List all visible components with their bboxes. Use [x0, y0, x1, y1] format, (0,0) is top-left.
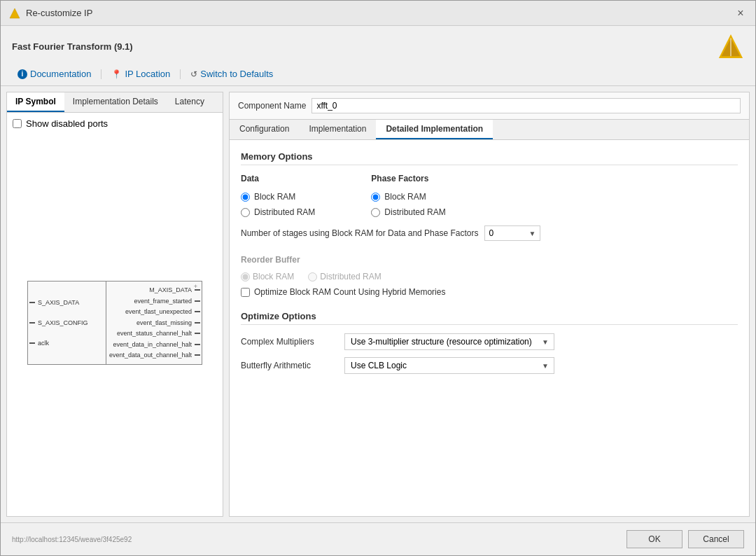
tab-configuration[interactable]: Configuration: [230, 120, 299, 139]
complex-multipliers-label: Complex Multipliers: [241, 337, 339, 347]
header: Fast Fourier Transform (9.1) i Documenta…: [1, 26, 755, 86]
dialog-title: Re-customize IP: [26, 8, 92, 18]
data-distributed-ram-row: Distributed RAM: [241, 207, 315, 217]
cancel-button[interactable]: Cancel: [688, 530, 744, 548]
block-stages-select-wrapper: 0 1 2 3 4 ▼: [484, 225, 540, 241]
reorder-distributed-row: Distributed RAM: [308, 272, 381, 282]
right-tabs: Configuration Implementation Detailed Im…: [230, 120, 749, 140]
right-panel: Component Name Configuration Implementat…: [229, 92, 750, 517]
toolbar-divider-1: [101, 69, 102, 79]
butterfly-arithmetic-row: Butterfly Arithmetic Use CLB Logic Use D…: [241, 357, 738, 374]
tab-detailed-implementation[interactable]: Detailed Implementation: [376, 120, 493, 139]
reorder-block-ram-radio[interactable]: [241, 272, 250, 282]
port-event-tlast-missing: event_tlast_missing: [109, 319, 200, 326]
port-m-axis-data: M_AXIS_DATA: [109, 286, 200, 293]
port-event-status-channel-halt: event_status_channel_halt: [109, 330, 200, 337]
port-event-frame-started: event_frame_started: [109, 298, 200, 305]
title-bar-left: Re-customize IP: [9, 8, 92, 19]
documentation-label: Documentation: [30, 69, 91, 79]
left-panel: IP Symbol Implementation Details Latency…: [6, 92, 223, 517]
tab-implementation-details[interactable]: Implementation Details: [64, 92, 167, 112]
show-disabled-ports-label[interactable]: Show disabled ports: [26, 118, 108, 129]
reorder-distributed-radio[interactable]: [308, 272, 317, 282]
complex-multipliers-row: Complex Multipliers Use 3-multiplier str…: [241, 333, 738, 350]
reorder-block-ram-row: Block RAM: [241, 272, 294, 282]
component-name-input[interactable]: [312, 98, 741, 113]
app-title-row: Fast Fourier Transform (9.1): [12, 33, 744, 60]
port-aclk: aclk: [29, 340, 104, 347]
optimize-options-section: Optimize Options Complex Multipliers Use…: [241, 311, 738, 374]
footer-url: http://localhost:12345/weave/3f425e92: [12, 536, 621, 543]
ok-button[interactable]: OK: [626, 530, 682, 548]
show-disabled-ports-checkbox[interactable]: [13, 119, 22, 128]
location-icon: 📍: [111, 69, 122, 79]
reorder-buffer-section: Reorder Buffer Block RAM Distributed RAM: [241, 255, 738, 297]
footer: http://localhost:12345/weave/3f425e92 OK…: [1, 522, 755, 555]
block-stages-select[interactable]: 0 1 2 3 4: [484, 225, 540, 241]
port-s-axis-data: S_AXIS_DATA: [29, 299, 104, 306]
tab-latency[interactable]: Latency: [167, 92, 213, 112]
butterfly-arithmetic-select-wrapper: Use CLB Logic Use DSP48 ▼: [344, 357, 554, 374]
port-event-data-out-halt: event_data_out_channel_halt: [109, 352, 200, 359]
memory-cols: Data Block RAM Distributed RAM: [241, 174, 738, 217]
title-bar: Re-customize IP ×: [1, 1, 755, 26]
show-disabled-ports-row: Show disabled ports: [13, 118, 217, 129]
phase-distributed-radio[interactable]: [371, 208, 380, 217]
data-col: Data Block RAM Distributed RAM: [241, 174, 315, 217]
switch-defaults-button[interactable]: ↺ Switch to Defaults: [185, 67, 279, 81]
reorder-radios: Block RAM Distributed RAM: [241, 272, 738, 282]
app-title-text: Fast Fourier Transform (9.1): [12, 41, 133, 52]
complex-multipliers-select[interactable]: Use 3-multiplier structure (resource opt…: [344, 333, 554, 350]
phase-block-ram-radio[interactable]: [371, 193, 380, 202]
data-distributed-ram-radio[interactable]: [241, 208, 250, 217]
switch-defaults-label: Switch to Defaults: [200, 69, 273, 79]
optimize-hybrid-label[interactable]: Optimize Block RAM Count Using Hybrid Me…: [254, 287, 445, 297]
refresh-icon: ↺: [190, 69, 197, 79]
close-button[interactable]: ×: [734, 7, 747, 20]
optimize-options-title: Optimize Options: [241, 311, 738, 325]
ip-symbol: + S_AXIS_DATA S_AXI: [27, 281, 202, 365]
phase-factors-col: Phase Factors Block RAM Distributed RAM: [371, 174, 445, 217]
optimize-hybrid-row: Optimize Block RAM Count Using Hybrid Me…: [241, 287, 738, 297]
toolbar: i Documentation 📍 IP Location ↺ Switch t…: [12, 67, 744, 85]
tab-implementation[interactable]: Implementation: [299, 120, 376, 139]
port-s-axis-config: S_AXIS_CONFIG: [29, 319, 104, 326]
port-event-tlast-unexpected: event_tlast_unexpected: [109, 308, 200, 315]
tab-ip-symbol[interactable]: IP Symbol: [7, 92, 64, 112]
phase-block-ram-row: Block RAM: [371, 192, 445, 202]
left-tabs: IP Symbol Implementation Details Latency: [7, 92, 223, 113]
memory-options-title: Memory Options: [241, 151, 738, 165]
block-stages-row: Number of stages using Block RAM for Dat…: [241, 225, 738, 241]
ip-location-label: IP Location: [125, 69, 170, 79]
ip-location-button[interactable]: 📍 IP Location: [106, 67, 176, 81]
right-content: Memory Options Data Block RAM Distribu: [230, 140, 749, 516]
main-content: IP Symbol Implementation Details Latency…: [1, 86, 755, 522]
dialog: Re-customize IP × Fast Fourier Transform…: [0, 0, 756, 556]
data-col-header: Data: [241, 174, 315, 183]
block-stages-label: Number of stages using Block RAM for Dat…: [241, 228, 479, 238]
reorder-distributed-label: Distributed RAM: [320, 272, 381, 282]
phase-distributed-label[interactable]: Distributed RAM: [384, 207, 445, 217]
complex-multipliers-select-wrapper: Use 3-multiplier structure (resource opt…: [344, 333, 554, 350]
data-block-ram-label[interactable]: Block RAM: [254, 192, 295, 202]
documentation-button[interactable]: i Documentation: [12, 67, 97, 81]
left-panel-body: Show disabled ports + S_AXIS_DATA: [7, 113, 223, 516]
reorder-buffer-title: Reorder Buffer: [241, 255, 738, 265]
data-block-ram-radio[interactable]: [241, 193, 250, 202]
xilinx-logo: [718, 33, 744, 60]
data-block-ram-row: Block RAM: [241, 192, 315, 202]
component-name-label: Component Name: [238, 101, 306, 111]
phase-distributed-row: Distributed RAM: [371, 207, 445, 217]
port-event-data-in-halt: event_data_in_channel_halt: [109, 341, 200, 348]
component-name-row: Component Name: [230, 92, 749, 120]
optimize-hybrid-checkbox[interactable]: [241, 288, 250, 297]
phase-block-ram-label[interactable]: Block RAM: [384, 192, 426, 202]
butterfly-arithmetic-select[interactable]: Use CLB Logic Use DSP48: [344, 357, 554, 374]
info-icon: i: [18, 69, 27, 79]
app-icon: [9, 8, 20, 19]
butterfly-arithmetic-label: Butterfly Arithmetic: [241, 361, 339, 370]
phase-col-header: Phase Factors: [371, 174, 445, 183]
reorder-block-ram-label: Block RAM: [253, 272, 294, 282]
data-distributed-ram-label[interactable]: Distributed RAM: [254, 207, 315, 217]
symbol-area: + S_AXIS_DATA S_AXI: [13, 134, 217, 510]
